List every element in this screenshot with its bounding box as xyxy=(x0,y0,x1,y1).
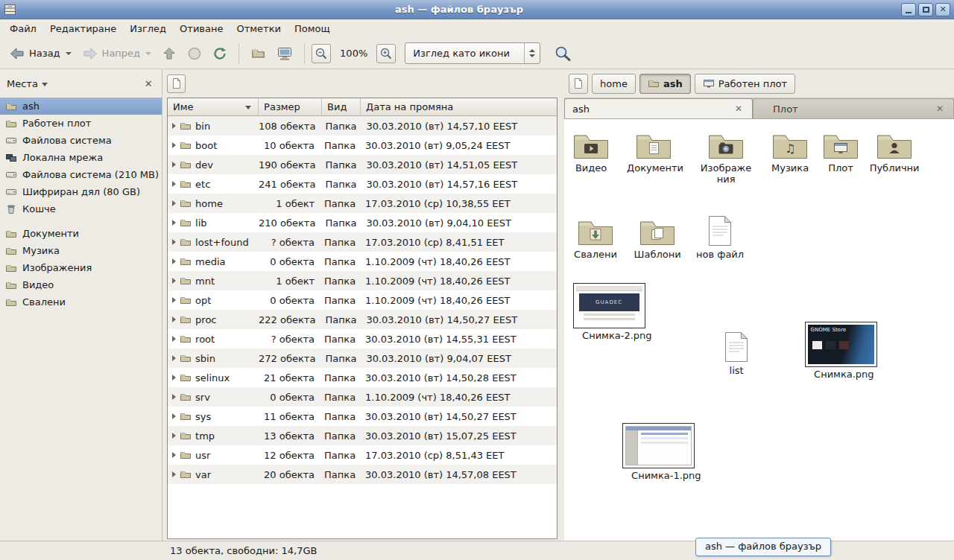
sidebar-item[interactable]: Кошче xyxy=(0,200,162,217)
minimize-button[interactable] xyxy=(901,3,916,16)
pathbar-button[interactable]: ash xyxy=(639,74,691,94)
file-icon-item[interactable]: GNOME StoreСнимка.png xyxy=(803,322,878,381)
column-header[interactable]: Вид xyxy=(322,98,361,116)
column-header[interactable]: Размер xyxy=(259,98,322,116)
file-icon-item[interactable]: Снимка-1.png xyxy=(621,423,695,482)
computer-button[interactable] xyxy=(272,42,297,65)
expander-icon[interactable] xyxy=(172,278,176,284)
table-row[interactable]: selinux21 обектаПапка30.03.2010 (вт) 14,… xyxy=(168,368,557,387)
expander-icon[interactable] xyxy=(172,258,176,264)
table-row[interactable]: lost+found? обектаПапка17.03.2010 (ср) 8… xyxy=(168,232,557,252)
file-icon-item[interactable]: Видео xyxy=(564,130,619,174)
zoom-out-button[interactable] xyxy=(312,44,331,63)
menu-item[interactable]: Файл xyxy=(3,21,43,36)
table-row[interactable]: dev190 обектаПапка30.03.2010 (вт) 14,51,… xyxy=(168,155,557,174)
reload-button[interactable] xyxy=(208,42,232,65)
back-button[interactable]: Назад xyxy=(4,42,76,65)
table-row[interactable]: home1 обектПапка17.03.2010 (ср) 10,38,55… xyxy=(168,194,557,213)
sidebar-item[interactable]: Свалени xyxy=(0,293,162,311)
menu-item[interactable]: Помощ xyxy=(288,21,337,36)
back-history-dropdown-icon[interactable] xyxy=(66,52,72,55)
location-button[interactable] xyxy=(167,74,186,93)
table-row[interactable]: lib210 обектаПапка30.03.2010 (вт) 9,04,1… xyxy=(168,213,557,232)
table-row[interactable]: opt0 обектаПапка1.10.2009 (чт) 18,40,26 … xyxy=(168,290,557,310)
table-row[interactable]: tmp13 обектаПапка30.03.2010 (вт) 15,07,2… xyxy=(168,426,557,445)
close-button[interactable]: ✕ xyxy=(935,3,950,16)
menu-item[interactable]: Отиване xyxy=(173,21,230,36)
table-row[interactable]: mnt1 обектПапка1.10.2009 (чт) 18,40,26 E… xyxy=(168,271,557,290)
expander-icon[interactable] xyxy=(172,452,176,458)
view-mode-select[interactable]: Изглед като икони xyxy=(405,42,540,64)
menu-item[interactable]: Редактиране xyxy=(43,21,123,36)
table-row[interactable]: bin108 обектаПапка30.03.2010 (вт) 14,57,… xyxy=(168,116,557,136)
sidebar-item[interactable]: Шифриран дял (80 GB) xyxy=(0,183,162,200)
expander-icon[interactable] xyxy=(172,375,176,381)
tab[interactable]: Плот✕ xyxy=(753,98,954,118)
table-row[interactable]: sbin272 обектаПапка30.03.2010 (вт) 9,04,… xyxy=(168,349,557,368)
table-row[interactable]: var20 обектаПапка30.03.2010 (вт) 14,57,0… xyxy=(168,465,557,484)
tab[interactable]: ash✕ xyxy=(564,98,753,118)
home-folder-button[interactable] xyxy=(246,42,271,64)
forward-history-dropdown-icon[interactable] xyxy=(145,52,151,55)
column-header[interactable]: Дата на промяна xyxy=(361,98,557,116)
file-icon-item[interactable]: Изображения xyxy=(698,130,754,185)
sidebar-item[interactable]: Файлова система (210 MB) xyxy=(0,166,162,183)
table-row[interactable]: sys11 обектаПапка30.03.2010 (вт) 14,50,2… xyxy=(168,407,557,426)
expander-icon[interactable] xyxy=(172,200,176,206)
menu-item[interactable]: Изглед xyxy=(123,21,173,36)
expander-icon[interactable] xyxy=(172,123,176,129)
file-icon-item[interactable]: Шаблони xyxy=(629,216,686,261)
expander-icon[interactable] xyxy=(172,162,176,168)
expander-icon[interactable] xyxy=(172,181,176,187)
sidebar-item[interactable]: Изображения xyxy=(0,259,162,276)
expander-icon[interactable] xyxy=(172,394,176,400)
table-row[interactable]: proc222 обектаПапка30.03.2010 (вт) 14,50… xyxy=(168,310,557,329)
sidebar-item[interactable]: Видео xyxy=(0,276,162,293)
sidebar-item[interactable]: ash xyxy=(0,98,162,115)
file-icon-item[interactable]: Публични xyxy=(866,130,923,174)
sidebar-item[interactable]: Музика xyxy=(0,242,162,259)
sidebar-item[interactable]: Документи xyxy=(0,225,162,242)
stop-button[interactable] xyxy=(183,42,206,65)
file-icon-item[interactable]: Свалени xyxy=(567,216,624,261)
menu-item[interactable]: Отметки xyxy=(230,21,287,36)
search-button[interactable] xyxy=(549,42,576,66)
file-icon-item[interactable]: Плот xyxy=(812,130,869,174)
expander-icon[interactable] xyxy=(172,471,176,477)
table-row[interactable]: media0 обектаПапка1.10.2009 (чт) 18,40,2… xyxy=(168,252,557,271)
table-row[interactable]: boot10 обектаПапка30.03.2010 (вт) 9,05,2… xyxy=(168,136,557,155)
expander-icon[interactable] xyxy=(172,433,176,439)
sidebar-item[interactable]: Локална мрежа xyxy=(0,149,162,166)
expander-icon[interactable] xyxy=(172,239,176,245)
maximize-button[interactable] xyxy=(918,3,933,16)
zoom-in-button[interactable] xyxy=(376,44,396,63)
column-header[interactable]: Име xyxy=(168,98,259,116)
pathbar-button[interactable]: Работен плот xyxy=(695,74,795,94)
file-icon-item[interactable]: ♫Музика xyxy=(762,130,818,174)
expander-icon[interactable] xyxy=(172,297,176,303)
expander-icon[interactable] xyxy=(172,316,176,322)
up-button[interactable] xyxy=(157,42,181,65)
chevron-down-icon[interactable] xyxy=(42,83,48,86)
expander-icon[interactable] xyxy=(172,220,176,226)
pathbar-button[interactable]: home xyxy=(592,74,636,94)
file-icon-item[interactable]: GUADECСнимка-2.png xyxy=(572,283,646,342)
expander-icon[interactable] xyxy=(172,355,176,361)
icon-view[interactable]: ВидеоДокументиИзображения♫МузикаПлотПубл… xyxy=(564,119,954,541)
file-icon-item[interactable]: нов файл xyxy=(692,214,748,261)
table-row[interactable]: etc241 обектаПапка30.03.2010 (вт) 14,57,… xyxy=(168,174,557,194)
file-icon-item[interactable]: Документи xyxy=(625,130,682,174)
tab-close-icon[interactable]: ✕ xyxy=(733,104,745,114)
pathbar-root-button[interactable] xyxy=(569,74,588,94)
file-icon-item[interactable]: list xyxy=(708,331,765,377)
sidebar-item[interactable]: Файлова система xyxy=(0,132,162,149)
table-row[interactable]: root? обектаПапка30.03.2010 (вт) 14,55,3… xyxy=(168,329,557,349)
sidebar-close-button[interactable]: ✕ xyxy=(142,78,155,89)
expander-icon[interactable] xyxy=(172,336,176,342)
expander-icon[interactable] xyxy=(172,142,176,148)
table-row[interactable]: srv0 обектаПапка1.10.2009 (чт) 18,40,26 … xyxy=(168,387,557,407)
expander-icon[interactable] xyxy=(172,413,176,419)
tab-close-icon[interactable]: ✕ xyxy=(934,104,946,114)
forward-button[interactable]: Напред xyxy=(78,42,156,65)
table-row[interactable]: usr12 обектаПапка17.03.2010 (ср) 8,51,43… xyxy=(168,445,557,465)
